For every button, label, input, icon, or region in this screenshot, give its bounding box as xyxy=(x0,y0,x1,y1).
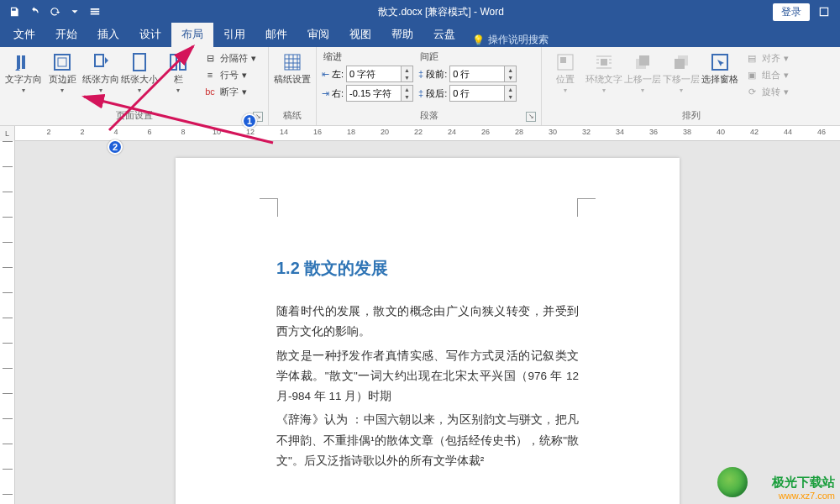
margin-corner-icon xyxy=(260,198,278,217)
tab-help[interactable]: 帮助 xyxy=(381,23,423,47)
lightbulb-icon: 💡 xyxy=(472,34,485,46)
body-paragraph[interactable]: 散文是一种抒发作者真情实感、写作方式灵活的记叙类文学体裁。"散文"一词大约出现在… xyxy=(276,346,579,407)
body-paragraph[interactable]: 随着时代的发展，散文的概念由广义向狭义转变，并受到西方文化的影响。 xyxy=(276,302,579,343)
redo-icon[interactable] xyxy=(45,3,64,21)
touch-mode-icon[interactable] xyxy=(86,3,104,21)
spin-down-icon[interactable]: ▼ xyxy=(505,93,516,101)
spin-up-icon[interactable]: ▲ xyxy=(402,66,412,74)
manuscript-settings-button[interactable]: 稿纸设置 xyxy=(274,50,311,87)
tab-design[interactable]: 设计 xyxy=(129,23,171,47)
group-objects-button: ▣组合 ▾ xyxy=(743,67,790,82)
spacing-after-spinner[interactable]: ▲▼ xyxy=(449,85,517,102)
tell-me-label: 操作说明搜索 xyxy=(488,33,549,47)
tab-review[interactable]: 审阅 xyxy=(297,23,339,47)
spin-down-icon[interactable]: ▼ xyxy=(402,74,412,81)
breaks-icon: ⊟ xyxy=(203,51,217,65)
ruler-corner[interactable]: L xyxy=(0,126,15,141)
tab-mailings[interactable]: 邮件 xyxy=(255,23,297,47)
spacing-before-label: 段前: xyxy=(426,68,447,81)
svg-rect-12 xyxy=(639,55,649,66)
orientation-button[interactable]: 纸张方向▾ xyxy=(82,50,119,96)
columns-button[interactable]: 栏▾ xyxy=(160,50,197,96)
undo-icon[interactable] xyxy=(25,3,44,21)
tab-layout[interactable]: 布局 xyxy=(171,23,213,47)
spin-down-icon[interactable]: ▼ xyxy=(505,74,516,81)
line-numbers-button[interactable]: ≡行号 ▾ xyxy=(202,67,258,82)
columns-icon xyxy=(168,52,188,72)
indent-right-icon: ⇥ xyxy=(322,88,329,99)
save-icon[interactable] xyxy=(5,3,24,21)
group-label-arrange: 排列 xyxy=(547,109,835,123)
group-label-page-setup: 页面设置↘ xyxy=(5,109,263,123)
qat-customize-icon[interactable] xyxy=(66,3,84,21)
group-paragraph: 缩进 ⇤ 左: ▲▼ ⇥ 右: ▲▼ 间距 ‡ 段前: ▲▼ xyxy=(317,47,542,125)
ribbon: 文字方向▾ 页边距▾ 纸张方向▾ 纸张大小▾ 栏▾ ⊟分隔符 ▾ ≡行号 ▾ xyxy=(0,47,840,126)
wrap-text-button: 环绕文字▾ xyxy=(585,50,622,96)
send-backward-icon xyxy=(671,52,691,72)
selection-pane-button[interactable]: 选择窗格 xyxy=(701,50,738,87)
tab-view[interactable]: 视图 xyxy=(339,23,381,47)
spacing-after-icon: ‡ xyxy=(418,88,423,98)
indent-right-label: 右: xyxy=(332,87,344,100)
align-button: ▤对齐 ▾ xyxy=(743,50,790,66)
spin-up-icon[interactable]: ▲ xyxy=(402,86,412,93)
svg-rect-14 xyxy=(675,59,685,69)
tab-references[interactable]: 引用 xyxy=(213,23,255,47)
document-area: 1.2 散文的发展 随着时代的发展，散文的概念由广义向狭义转变，并受到西方文化的… xyxy=(0,141,840,504)
vertical-ruler[interactable] xyxy=(0,141,15,504)
spacing-before-spinner[interactable]: ▲▼ xyxy=(449,66,517,82)
document-scroll-area[interactable]: 1.2 散文的发展 随着时代的发展，散文的概念由广义向狭义转变，并受到西方文化的… xyxy=(15,141,840,504)
group-label-manuscript: 稿纸 xyxy=(274,109,311,123)
body-paragraph[interactable]: 《辞海》认为 ：中国六朝以来，为区别韵文与骈文，把凡不押韵、不重排偶¹的散体文章… xyxy=(276,410,579,471)
spacing-before-icon: ‡ xyxy=(418,69,423,79)
spacing-after-input[interactable] xyxy=(450,86,504,101)
rotate-button: ⟳旋转 ▾ xyxy=(743,84,790,99)
hyphenation-button[interactable]: bc断字 ▾ xyxy=(202,84,258,99)
paragraph-launcher-icon[interactable]: ↘ xyxy=(526,112,536,122)
tab-home[interactable]: 开始 xyxy=(45,23,87,47)
text-direction-icon xyxy=(13,52,34,72)
annotation-badge: 1 xyxy=(242,113,257,129)
selection-pane-icon xyxy=(710,52,730,72)
indent-left-spinner[interactable]: ▲▼ xyxy=(346,66,413,82)
margin-corner-icon xyxy=(577,198,596,217)
group-manuscript: 稿纸设置 稿纸 xyxy=(269,47,317,125)
rotate-icon: ⟳ xyxy=(745,85,759,98)
group-label-paragraph: 段落↘ xyxy=(322,109,536,123)
margins-button[interactable]: 页边距▾ xyxy=(44,50,81,96)
position-button: 位置▾ xyxy=(547,50,584,96)
breaks-button[interactable]: ⊟分隔符 ▾ xyxy=(202,50,258,66)
login-button[interactable]: 登录 xyxy=(773,3,810,21)
wrap-icon xyxy=(594,52,614,72)
text-direction-button[interactable]: 文字方向▾ xyxy=(5,50,42,96)
indent-right-input[interactable] xyxy=(347,86,401,101)
spin-up-icon[interactable]: ▲ xyxy=(505,86,516,93)
annotation-badge: 2 xyxy=(108,139,123,155)
tab-file[interactable]: 文件 xyxy=(3,23,45,47)
watermark-logo-icon xyxy=(717,467,748,497)
indent-header: 缩进 xyxy=(322,50,413,63)
ribbon-display-icon[interactable] xyxy=(813,3,835,21)
spin-up-icon[interactable]: ▲ xyxy=(505,66,516,74)
indent-right-spinner[interactable]: ▲▼ xyxy=(346,85,413,102)
spacing-header: 间距 xyxy=(418,50,517,63)
spin-down-icon[interactable]: ▼ xyxy=(402,93,412,101)
page: 1.2 散文的发展 随着时代的发展，散文的概念由广义向狭义转变，并受到西方文化的… xyxy=(176,158,680,504)
tell-me-search[interactable]: 💡 操作说明搜索 xyxy=(465,33,555,47)
svg-rect-4 xyxy=(134,54,145,71)
tab-cloud[interactable]: 云盘 xyxy=(423,23,465,47)
spacing-before-input[interactable] xyxy=(450,66,504,81)
heading[interactable]: 1.2 散文的发展 xyxy=(276,257,579,280)
line-numbers-icon: ≡ xyxy=(203,68,217,81)
tab-insert[interactable]: 插入 xyxy=(87,23,129,47)
group-page-setup: 文字方向▾ 页边距▾ 纸张方向▾ 纸张大小▾ 栏▾ ⊟分隔符 ▾ ≡行号 ▾ xyxy=(0,47,269,125)
manuscript-icon xyxy=(282,52,302,72)
size-button[interactable]: 纸张大小▾ xyxy=(121,50,158,96)
svg-rect-10 xyxy=(601,59,607,66)
horizontal-ruler[interactable]: L 22468101214161820222426283032343638404… xyxy=(0,126,840,141)
bring-forward-icon xyxy=(633,52,653,72)
title-bar: 散文.docx [兼容模式] - Word 登录 xyxy=(0,0,840,24)
svg-rect-3 xyxy=(95,55,103,66)
send-backward-button: 下移一层▾ xyxy=(663,50,700,96)
indent-left-input[interactable] xyxy=(347,66,401,81)
